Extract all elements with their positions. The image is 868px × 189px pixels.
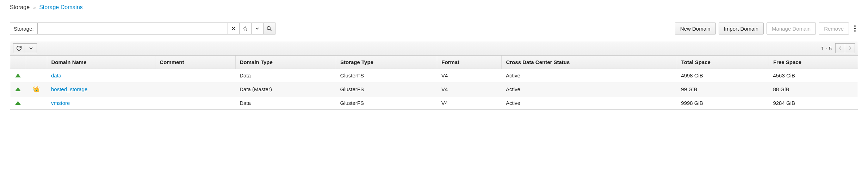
col-cross-dc-status[interactable]: Cross Data Center Status [502,56,677,69]
star-icon [243,26,248,31]
cell-comment [155,82,235,96]
action-buttons: New Domain Import Domain Manage Domain R… [675,23,858,34]
cell-free-space: 9284 GiB [769,96,858,110]
domain-name-link[interactable]: hosted_storage [51,86,87,92]
svg-point-0 [267,26,271,30]
cell-status [10,69,26,82]
table-header-row: Domain Name Comment Domain Type Storage … [10,56,858,69]
kebab-dot-icon [854,25,856,27]
cell-total-space: 9998 GiB [677,96,769,110]
col-status[interactable] [10,56,26,69]
search-button[interactable] [264,23,275,34]
search-input[interactable] [37,23,228,34]
search-group: Storage: [10,23,275,34]
search-label: Storage: [10,23,37,34]
cell-domain-name: hosted_storage [47,82,155,96]
kebab-dot-icon [854,30,856,32]
refresh-icon [17,46,21,51]
table-row[interactable]: vmstoreDataGlusterFSV4Active9998 GiB9284… [10,96,858,110]
col-free-space[interactable]: Free Space [769,56,858,69]
cell-format: V4 [437,82,502,96]
cell-storage-type: GlusterFS [336,82,437,96]
table-toolbar: 1 - 5 [10,41,858,56]
chevron-left-icon [839,46,842,50]
import-domain-button[interactable]: Import Domain [719,23,764,34]
storage-domains-table: Domain Name Comment Domain Type Storage … [10,56,858,109]
cell-domain-type: Data [235,69,336,82]
col-domain-name[interactable]: Domain Name [47,56,155,69]
chevron-right-icon [849,46,851,50]
col-storage-type[interactable]: Storage Type [336,56,437,69]
crown-icon: 👑 [33,86,40,92]
remove-button[interactable]: Remove [819,23,849,34]
cell-domain-type: Data (Master) [235,82,336,96]
chevron-right-icon: » [33,5,36,10]
cell-storage-type: GlusterFS [336,69,437,82]
cell-domain-name: vmstore [47,96,155,110]
refresh-button[interactable] [13,43,25,53]
cell-storage-type: GlusterFS [336,96,437,110]
cell-cross-dc-status: Active [502,96,677,110]
table-row[interactable]: dataDataGlusterFSV4Active4998 GiB4563 Gi… [10,69,858,82]
cell-cross-dc-status: Active [502,69,677,82]
cell-role-icon [26,69,47,82]
col-icon[interactable] [26,56,47,69]
cell-domain-type: Data [235,96,336,110]
cell-role-icon: 👑 [26,82,47,96]
domain-name-link[interactable]: data [51,73,61,78]
cell-total-space: 4998 GiB [677,69,769,82]
cell-domain-name: data [47,69,155,82]
cell-role-icon [26,96,47,110]
cell-comment [155,69,235,82]
clear-button[interactable] [228,23,240,34]
chevron-down-icon [255,27,259,30]
cell-status [10,96,26,110]
search-icon [267,26,272,31]
chevron-down-icon [29,46,33,50]
status-up-icon [15,74,21,77]
cell-format: V4 [437,96,502,110]
domain-name-link[interactable]: vmstore [51,100,70,106]
pager-nav [835,43,855,53]
table-row[interactable]: 👑hosted_storageData (Master)GlusterFSV4A… [10,82,858,96]
cell-free-space: 88 GiB [769,82,858,96]
cell-free-space: 4563 GiB [769,69,858,82]
status-up-icon [15,101,21,105]
pager: 1 - 5 [821,43,855,53]
refresh-interval-button[interactable] [25,43,37,53]
pager-next-button[interactable] [845,43,855,53]
search-history-button[interactable] [252,23,264,34]
status-up-icon [15,87,21,91]
kebab-dot-icon [854,28,856,29]
col-domain-type[interactable]: Domain Type [235,56,336,69]
bookmark-button[interactable] [240,23,252,34]
cell-status [10,82,26,96]
new-domain-button[interactable]: New Domain [675,23,716,34]
cell-comment [155,96,235,110]
kebab-menu-button[interactable] [852,25,858,32]
cell-format: V4 [437,69,502,82]
col-format[interactable]: Format [437,56,502,69]
breadcrumb-current[interactable]: Storage Domains [39,4,83,10]
breadcrumb-root[interactable]: Storage [10,4,30,10]
refresh-group [13,43,37,53]
col-total-space[interactable]: Total Space [677,56,769,69]
manage-domain-button[interactable]: Manage Domain [767,23,816,34]
table-panel: 1 - 5 Domain Name Comm [10,41,858,110]
breadcrumb: Storage » Storage Domains [10,4,858,11]
cell-cross-dc-status: Active [502,82,677,96]
col-comment[interactable]: Comment [155,56,235,69]
pager-range: 1 - 5 [821,45,832,51]
toolbar: Storage: New Domain Import Domain Manage… [10,23,858,34]
svg-line-1 [270,29,271,31]
pager-prev-button[interactable] [835,43,845,53]
cell-total-space: 99 GiB [677,82,769,96]
x-icon [231,26,236,31]
